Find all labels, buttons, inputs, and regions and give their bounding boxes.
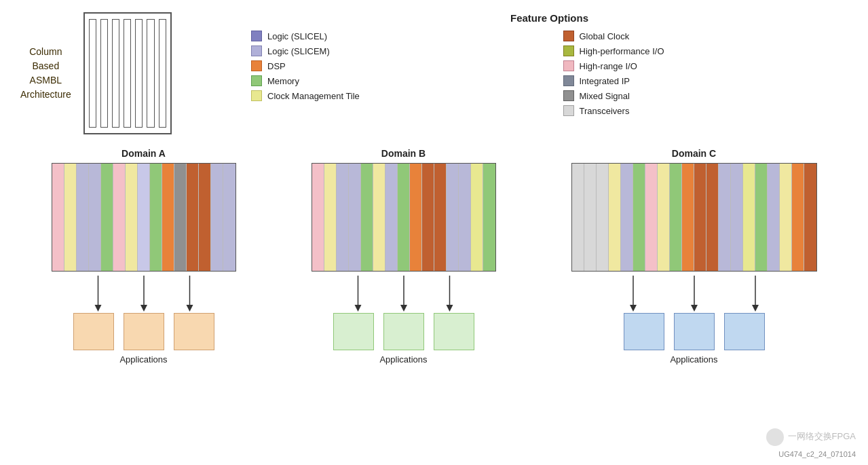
column-strip bbox=[621, 164, 633, 271]
column-strip bbox=[597, 164, 609, 271]
app-box bbox=[624, 313, 664, 350]
legend-color-box bbox=[563, 90, 574, 101]
column-strip bbox=[398, 164, 410, 271]
column-strip bbox=[706, 164, 719, 271]
svg-marker-3 bbox=[140, 305, 147, 312]
legend-item-right-4: Mixed Signal bbox=[563, 90, 848, 101]
domain-label: Domain C bbox=[672, 148, 716, 159]
arrows-apps: Applications bbox=[572, 276, 816, 365]
legend-item-label: Transceivers bbox=[580, 106, 630, 116]
column-strip bbox=[77, 164, 89, 271]
legend-item-label: Global Clock bbox=[580, 31, 630, 41]
asmbl-grid bbox=[83, 12, 172, 134]
arrows-svg bbox=[52, 276, 235, 313]
column-strip bbox=[199, 164, 211, 271]
column-strip bbox=[804, 164, 816, 271]
column-strip bbox=[174, 164, 187, 271]
legend-item-left-0: Logic (SLICEL) bbox=[251, 31, 536, 41]
column-strip bbox=[223, 164, 235, 271]
domain-columns bbox=[52, 163, 236, 272]
legend-color-box bbox=[563, 45, 574, 56]
column-strip bbox=[471, 164, 483, 271]
legend-item-label: Logic (SLICEM) bbox=[267, 46, 330, 56]
legend-item-label: Memory bbox=[267, 76, 299, 86]
watermark: 一网络交换FPGA bbox=[766, 428, 856, 446]
svg-marker-1 bbox=[94, 305, 101, 312]
legend-item-label: High-range I/O bbox=[580, 61, 637, 71]
column-strip bbox=[483, 164, 495, 271]
column-strip bbox=[211, 164, 223, 271]
legend-color-box bbox=[251, 31, 262, 41]
arrows-apps: Applications bbox=[52, 276, 235, 365]
legend-item-label: Integrated IP bbox=[580, 76, 630, 86]
legend-color-box bbox=[563, 105, 574, 116]
column-strip bbox=[694, 164, 706, 271]
column-strip bbox=[670, 164, 682, 271]
column-strip bbox=[385, 164, 398, 271]
app-box bbox=[333, 313, 374, 350]
applications-label: Applications bbox=[670, 354, 717, 365]
legend-right-col: Global ClockHigh-performance I/OHigh-ran… bbox=[563, 31, 848, 116]
app-box bbox=[174, 313, 214, 350]
legend-item-right-1: High-performance I/O bbox=[563, 45, 848, 56]
column-strip bbox=[731, 164, 743, 271]
column-strip bbox=[373, 164, 385, 271]
column-strip bbox=[434, 164, 447, 271]
legend-color-box bbox=[251, 45, 262, 56]
legend-left-col: Logic (SLICEL)Logic (SLICEM)DSPMemoryClo… bbox=[251, 31, 536, 116]
domain-block-0: Domain AApplications bbox=[52, 148, 236, 365]
legend-item-label: DSP bbox=[267, 61, 286, 71]
column-strip bbox=[422, 164, 434, 271]
column-strip bbox=[64, 164, 77, 271]
legend-color-box bbox=[251, 75, 262, 86]
column-strip bbox=[609, 164, 621, 271]
legend-item-right-2: High-range I/O bbox=[563, 60, 848, 71]
legend-item-label: Mixed Signal bbox=[580, 91, 630, 101]
column-strip bbox=[126, 164, 138, 271]
column-strip bbox=[187, 164, 199, 271]
column-strip bbox=[113, 164, 126, 271]
app-box bbox=[73, 313, 114, 350]
feature-options-title: Feature Options bbox=[251, 12, 848, 24]
svg-marker-15 bbox=[691, 305, 698, 312]
column-strip bbox=[743, 164, 755, 271]
domain-label: Domain A bbox=[121, 148, 166, 159]
column-strip bbox=[633, 164, 645, 271]
app-box bbox=[724, 313, 765, 350]
domains-section: Domain AApplicationsDomain BApplications… bbox=[0, 141, 868, 365]
grid-col-5 bbox=[135, 19, 143, 128]
column-strip bbox=[89, 164, 101, 271]
feature-options: Feature Options Logic (SLICEL)Logic (SLI… bbox=[251, 12, 848, 116]
grid-col-7 bbox=[159, 19, 166, 128]
column-strip bbox=[312, 164, 324, 271]
svg-marker-13 bbox=[630, 305, 637, 312]
legend-item-right-3: Integrated IP bbox=[563, 75, 848, 86]
column-strip bbox=[447, 164, 459, 271]
app-box bbox=[434, 313, 474, 350]
grid-col-6 bbox=[147, 19, 154, 128]
column-strip bbox=[138, 164, 150, 271]
arrows-apps: Applications bbox=[312, 276, 495, 365]
column-strip bbox=[584, 164, 597, 271]
legend-color-box bbox=[563, 60, 574, 71]
column-strip bbox=[572, 164, 584, 271]
legend-color-box bbox=[563, 31, 574, 41]
legend-item-left-3: Memory bbox=[251, 75, 536, 86]
feature-legend: Logic (SLICEL)Logic (SLICEM)DSPMemoryClo… bbox=[251, 31, 848, 116]
column-strip bbox=[337, 164, 349, 271]
applications-label: Applications bbox=[119, 354, 167, 365]
app-box bbox=[674, 313, 715, 350]
column-strip bbox=[682, 164, 694, 271]
domain-block-2: Domain CApplications bbox=[571, 148, 817, 365]
applications-label: Applications bbox=[379, 354, 427, 365]
arch-label: Column Based ASMBL Architecture bbox=[20, 45, 71, 102]
legend-item-left-4: Clock Management Tile bbox=[251, 90, 536, 101]
grid-col-2 bbox=[100, 19, 108, 128]
column-strip bbox=[410, 164, 422, 271]
legend-item-label: Logic (SLICEL) bbox=[267, 31, 327, 41]
app-boxes bbox=[624, 313, 765, 350]
domain-block-1: Domain BApplications bbox=[312, 148, 496, 365]
arrows-svg bbox=[312, 276, 495, 313]
svg-marker-17 bbox=[752, 305, 759, 312]
column-strip bbox=[780, 164, 792, 271]
